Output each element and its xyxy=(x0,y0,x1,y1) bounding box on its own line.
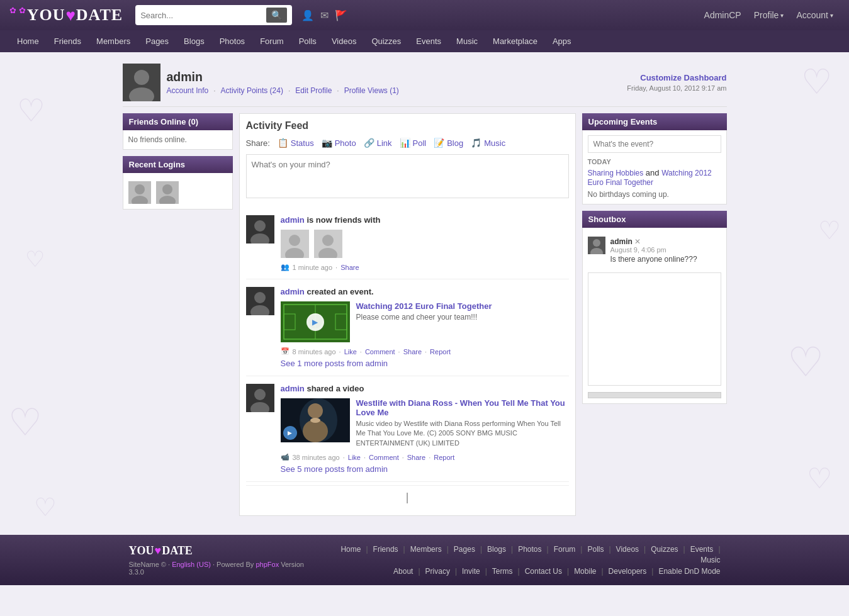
footer-pages[interactable]: Pages xyxy=(454,545,475,554)
video-play-button[interactable]: ▶ xyxy=(283,426,297,440)
feed-share-link-3[interactable]: Share xyxy=(407,454,425,461)
nav-bar: Home Friends Members Pages Blogs Photos … xyxy=(0,30,849,52)
footer-developers[interactable]: Developers xyxy=(609,567,647,576)
profile-views-link[interactable]: Profile Views (1) xyxy=(344,86,399,95)
shoutbox-textarea[interactable] xyxy=(588,272,721,386)
footer-events[interactable]: Events xyxy=(690,545,714,554)
footer-music[interactable]: Music xyxy=(700,556,720,564)
feed-share-link-1[interactable]: Share xyxy=(340,264,359,271)
event-title-link[interactable]: Watching 2012 Euro Final Together xyxy=(356,301,492,311)
svg-point-34 xyxy=(310,418,320,423)
nav-marketplace[interactable]: Marketplace xyxy=(485,30,545,52)
event-link-1[interactable]: Sharing Hobbies xyxy=(588,169,644,177)
feed-user-3: admin shared a video xyxy=(281,384,569,393)
footer-invite[interactable]: Invite xyxy=(462,567,480,576)
feed-user-link-1[interactable]: admin xyxy=(281,215,305,225)
user-icon[interactable]: 👤 xyxy=(301,9,314,21)
footer-phpfox-link[interactable]: phpFox xyxy=(256,561,279,568)
share-music-btn[interactable]: 🎵 Music xyxy=(471,138,505,148)
footer-home[interactable]: Home xyxy=(340,545,361,554)
event-search-input[interactable] xyxy=(588,135,721,153)
account-info-link[interactable]: Account Info xyxy=(167,86,209,95)
see-more-link-2[interactable]: See 5 more posts from admin xyxy=(281,464,569,474)
footer-lang-link[interactable]: English (US) xyxy=(172,561,211,568)
nav-pages[interactable]: Pages xyxy=(138,30,176,52)
logo-heart-icon: ♥ xyxy=(65,6,75,25)
admincp-link[interactable]: AdminCP xyxy=(698,7,748,23)
nav-quizzes[interactable]: Quizzes xyxy=(364,30,408,52)
feed-report-link-2[interactable]: Report xyxy=(430,348,451,356)
footer-dnd[interactable]: Enable DnD Mode xyxy=(658,567,720,576)
footer-photos[interactable]: Photos xyxy=(518,545,541,554)
nav-polls[interactable]: Polls xyxy=(291,30,324,52)
footer-blogs[interactable]: Blogs xyxy=(487,545,506,554)
svg-point-10 xyxy=(254,220,266,232)
nav-apps[interactable]: Apps xyxy=(545,30,579,52)
nav-home[interactable]: Home xyxy=(9,30,47,52)
shout-message: Is there anyone online??? xyxy=(610,255,721,264)
feed-comment-link-2[interactable]: Comment xyxy=(365,348,395,356)
profile-username: admin xyxy=(167,70,399,84)
nav-events[interactable]: Events xyxy=(408,30,449,52)
share-link-btn[interactable]: 🔗 Link xyxy=(364,138,392,148)
footer-forum[interactable]: Forum xyxy=(554,545,576,554)
feed-user-link-2[interactable]: admin xyxy=(281,287,305,296)
footer-heart-icon: ♥ xyxy=(155,544,162,557)
video-title-link[interactable]: Westlife with Diana Ross - When You Tell… xyxy=(356,398,565,417)
profile-link[interactable]: Profile ▾ xyxy=(748,7,790,23)
footer-members[interactable]: Members xyxy=(410,545,442,554)
footer-videos[interactable]: Videos xyxy=(616,545,639,554)
footer-quizzes[interactable]: Quizzes xyxy=(651,545,678,554)
nav-blogs[interactable]: Blogs xyxy=(176,30,212,52)
share-status-btn[interactable]: 📋 Status xyxy=(278,138,314,148)
feed-like-link-3[interactable]: Like xyxy=(348,454,361,461)
flag-icon[interactable]: 🚩 xyxy=(335,9,347,21)
edit-profile-link[interactable]: Edit Profile xyxy=(295,86,332,95)
footer-about[interactable]: About xyxy=(393,567,413,576)
feed-time-3: 38 minutes ago xyxy=(293,454,340,461)
event-play-button[interactable]: ▶ xyxy=(306,313,324,331)
footer-contact[interactable]: Contact Us xyxy=(525,567,562,576)
see-more-link-1[interactable]: See 1 more posts from admin xyxy=(281,359,569,368)
share-photo-btn[interactable]: 📷 Photo xyxy=(322,138,356,148)
shout-avatar xyxy=(588,237,605,254)
feed-report-link-3[interactable]: Report xyxy=(434,454,454,461)
nav-friends[interactable]: Friends xyxy=(47,30,89,52)
activity-feed-box: Activity Feed Share: 📋 Status 📷 Photo 🔗 … xyxy=(239,113,576,516)
status-textarea[interactable] xyxy=(246,154,569,198)
nav-photos[interactable]: Photos xyxy=(212,30,252,52)
share-poll-btn[interactable]: 📊 Poll xyxy=(400,138,427,148)
shout-close-button[interactable]: ✕ xyxy=(634,237,641,246)
footer-privacy[interactable]: Privacy xyxy=(425,567,450,576)
search-button[interactable]: 🔍 xyxy=(266,8,287,23)
scroll-indicator: | xyxy=(246,485,569,509)
customize-dashboard-link[interactable]: Customize Dashboard xyxy=(640,73,726,82)
recent-login-avatars xyxy=(128,181,227,204)
share-blog-btn[interactable]: 📝 Blog xyxy=(434,138,463,148)
logo[interactable]: ✿ ✿ YOU ♥ DATE xyxy=(9,6,123,25)
account-link[interactable]: Account ▾ xyxy=(790,7,840,23)
header-nav-right: AdminCP Profile ▾ Account ▾ xyxy=(698,7,840,23)
nav-forum[interactable]: Forum xyxy=(252,30,291,52)
shoutbox-send-button[interactable] xyxy=(588,392,721,398)
feed-user-link-3[interactable]: admin xyxy=(281,384,305,393)
feed-like-link-2[interactable]: Like xyxy=(344,348,357,356)
nav-members[interactable]: Members xyxy=(89,30,138,52)
customize-dashboard-area: Customize Dashboard Friday, August 10, 2… xyxy=(627,73,726,92)
shout-content: admin ✕ August 9, 4:06 pm Is there anyon… xyxy=(610,237,721,264)
footer-terms[interactable]: Terms xyxy=(492,567,513,576)
footer-mobile[interactable]: Mobile xyxy=(574,567,596,576)
nav-music[interactable]: Music xyxy=(449,30,485,52)
footer-logo-you: YOU xyxy=(129,544,154,557)
search-input[interactable] xyxy=(140,11,266,20)
footer-polls[interactable]: Polls xyxy=(587,545,604,554)
shout-time: August 9, 4:06 pm xyxy=(610,246,721,254)
nav-videos[interactable]: Videos xyxy=(324,30,364,52)
activity-points-link[interactable]: Activity Points (24) xyxy=(221,86,283,95)
footer-friends[interactable]: Friends xyxy=(373,545,398,554)
feed-comment-link-3[interactable]: Comment xyxy=(369,454,399,461)
mail-icon[interactable]: ✉ xyxy=(320,9,329,21)
profile-links: Account Info · Activity Points (24) · Ed… xyxy=(167,86,399,95)
feed-share-link-2[interactable]: Share xyxy=(403,348,422,356)
footer-links-1: Home| Friends| Members| Pages| Blogs| Ph… xyxy=(320,545,721,564)
